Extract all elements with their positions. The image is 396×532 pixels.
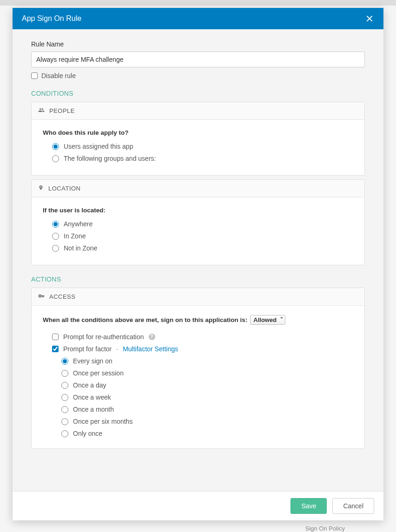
rule-name-label: Rule Name [31, 40, 365, 48]
people-radio-assigned[interactable] [52, 143, 59, 150]
location-panel-title: LOCATION [48, 185, 81, 192]
rule-name-input[interactable] [31, 52, 365, 67]
factor-label: Prompt for factor [63, 345, 112, 353]
modal-body: Rule Name Disable rule CONDITIONS PEOPLE… [13, 29, 383, 491]
location-opt-notinzone: Not in Zone [64, 244, 97, 252]
location-panel-header: LOCATION [32, 180, 364, 197]
location-radio-inzone[interactable] [52, 233, 59, 240]
cancel-button[interactable]: Cancel [332, 498, 374, 514]
factor-radio-sixmonths[interactable] [61, 418, 68, 425]
people-opt-assigned: Users assigned this app [64, 143, 133, 150]
multifactor-link[interactable]: Multifactor Settings [123, 345, 178, 353]
access-panel-header: ACCESS [32, 288, 364, 306]
factor-separator: · [116, 345, 118, 353]
people-panel-header: PEOPLE [32, 102, 364, 120]
help-icon[interactable]: ? [149, 334, 155, 340]
factor-opt-month: Once a month [73, 406, 114, 413]
people-question: Who does this rule apply to? [43, 129, 353, 136]
actions-heading: ACTIONS [31, 276, 365, 283]
factor-opt-sixmonths: Once per six months [73, 418, 132, 425]
bg-top-bar [0, 0, 396, 6]
factor-radio-every[interactable] [61, 358, 68, 365]
factor-checkbox[interactable] [52, 346, 59, 352]
location-opt-inzone: In Zone [64, 232, 86, 240]
people-icon [38, 107, 45, 115]
conditions-heading: CONDITIONS [31, 90, 365, 97]
modal-dialog: App Sign On Rule Rule Name Disable rule … [13, 8, 383, 520]
disable-rule-label: Disable rule [41, 72, 76, 79]
factor-radio-session[interactable] [61, 370, 68, 377]
factor-radio-day[interactable] [61, 382, 68, 389]
factor-opt-once: Only once [73, 430, 102, 437]
reauth-label: Prompt for re-authentication [63, 333, 144, 341]
close-icon[interactable] [366, 14, 374, 23]
location-opt-anywhere: Anywhere [64, 220, 92, 228]
people-panel: PEOPLE Who does this rule apply to? User… [31, 102, 365, 176]
location-question: If the user is located: [43, 207, 353, 214]
access-sentence: When all the conditions above are met, s… [43, 316, 247, 323]
key-icon [38, 293, 45, 301]
location-radio-notinzone[interactable] [52, 245, 59, 252]
reauth-checkbox[interactable] [52, 334, 59, 340]
modal-title: App Sign On Rule [22, 14, 81, 23]
disable-rule-checkbox[interactable] [31, 72, 38, 79]
people-opt-groups: The following groups and users: [64, 155, 156, 162]
access-panel: ACCESS When all the conditions above are… [31, 288, 365, 449]
people-radio-groups[interactable] [52, 155, 59, 162]
modal-footer: Save Cancel [13, 491, 383, 520]
access-panel-title: ACCESS [49, 293, 75, 300]
factor-opt-week: Once a week [73, 394, 111, 401]
factor-radio-month[interactable] [61, 406, 68, 413]
location-radio-anywhere[interactable] [52, 221, 59, 228]
people-panel-title: PEOPLE [49, 107, 75, 114]
location-panel: LOCATION If the user is located: Anywher… [31, 179, 365, 265]
modal-header: App Sign On Rule [13, 8, 383, 29]
factor-opt-every: Every sign on [73, 357, 112, 365]
factor-opt-day: Once a day [73, 381, 106, 389]
factor-opt-session: Once per session [73, 369, 124, 377]
factor-radio-once[interactable] [61, 430, 68, 437]
factor-radio-week[interactable] [61, 394, 68, 401]
access-select-wrap[interactable]: Allowed [250, 315, 285, 325]
location-icon [38, 184, 44, 192]
save-button[interactable]: Save [290, 498, 327, 514]
bg-text-bottom: Sign On Policy [305, 525, 345, 532]
access-select[interactable]: Allowed [250, 315, 285, 325]
